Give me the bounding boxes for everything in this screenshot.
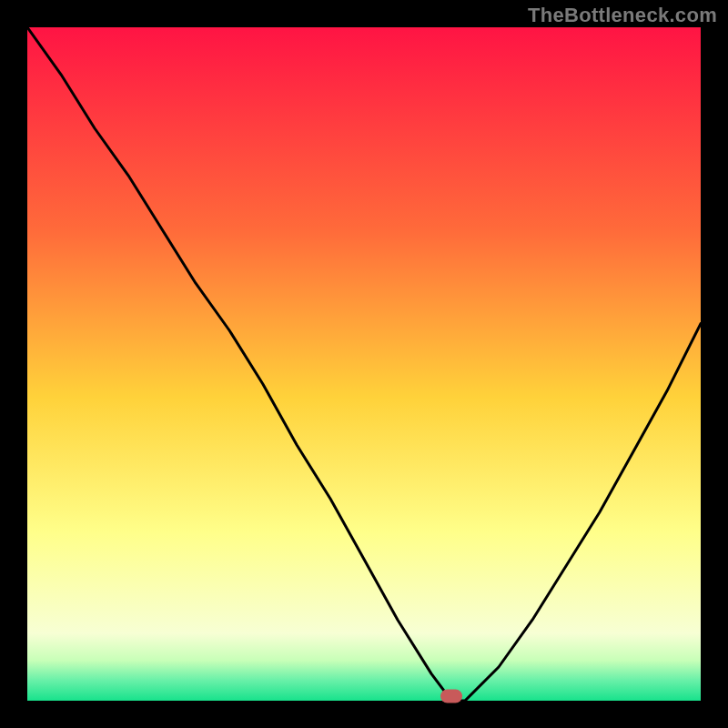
watermark-text: TheBottleneck.com (528, 4, 717, 27)
bottleneck-curve (27, 27, 701, 701)
optimal-marker (440, 690, 462, 703)
plot-area (27, 27, 701, 701)
chart-frame: TheBottleneck.com (0, 0, 728, 728)
